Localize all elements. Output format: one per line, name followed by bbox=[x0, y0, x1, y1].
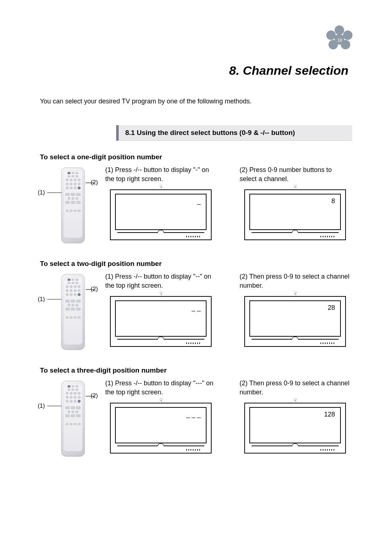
step2-text: (2) Press 0-9 number buttons to select a… bbox=[238, 165, 352, 184]
tv-icon: 8 bbox=[244, 189, 346, 240]
tv-icon: 28 bbox=[244, 296, 346, 347]
tv-display: _ _ _ bbox=[186, 411, 201, 418]
step2-col: (2) Then press 0-9 to select a channel n… bbox=[236, 272, 352, 350]
intro-text: You can select your desired TV program b… bbox=[40, 98, 352, 105]
remote-control-icon bbox=[61, 274, 85, 350]
step2-col: (2) Then press 0-9 to select a channel n… bbox=[236, 379, 352, 456]
subhead-three-digit: To select a three-digit position number bbox=[40, 366, 352, 374]
manual-page: 18 8. Channel selection You can select y… bbox=[0, 0, 392, 554]
svg-point-1 bbox=[326, 30, 336, 40]
svg-point-0 bbox=[335, 25, 344, 35]
step2-col: (2) Press 0-9 number buttons to select a… bbox=[236, 165, 352, 243]
step1-col: (1) Press -/-- button to display "--" on… bbox=[102, 272, 218, 350]
step2-text: (2) Then press 0-9 to select a channel n… bbox=[238, 379, 352, 397]
remote-diagram: (1) (2) bbox=[40, 272, 102, 356]
tv-icon: _ _ _ bbox=[110, 403, 212, 454]
remote-control-icon bbox=[61, 381, 85, 457]
pointer-hand-icon: ☟ bbox=[159, 291, 163, 296]
section-heading: 8.1 Using the direct select buttons (0-9… bbox=[116, 125, 352, 141]
svg-point-2 bbox=[343, 30, 352, 40]
pointer-hand-icon: ☟ bbox=[159, 184, 163, 189]
step2-text: (2) Then press 0-9 to select a channel n… bbox=[238, 272, 352, 290]
page-number: 18 bbox=[335, 36, 344, 45]
remote-diagram: (1) (2) bbox=[40, 379, 102, 462]
remote-control-icon bbox=[61, 167, 85, 243]
step1-col: (1) Press -/-- button to display "-" on … bbox=[102, 165, 218, 243]
tv-display: _ _ bbox=[192, 304, 201, 312]
pointer-hand-icon: ☟ bbox=[294, 184, 297, 189]
block-three-digit: (1) (2) (1) Press -/-- button to display… bbox=[40, 379, 352, 462]
callout-1: (1) bbox=[38, 189, 45, 196]
subhead-one-digit: To select a one-digit position number bbox=[40, 153, 352, 161]
block-one-digit: (1) (2) (1) Press -/-- button to display… bbox=[40, 165, 352, 249]
step1-col: (1) Press -/-- button to display "---" o… bbox=[102, 379, 218, 456]
chapter-title: 8. Channel selection bbox=[40, 63, 352, 78]
pointer-hand-icon: ☟ bbox=[159, 398, 163, 403]
block-two-digit: (1) (2) (1) Press -/-- button to display… bbox=[40, 272, 352, 356]
callout-1: (1) bbox=[38, 403, 45, 409]
tv-display: 28 bbox=[328, 304, 335, 312]
callout-2: (2) bbox=[91, 286, 98, 292]
pointer-hand-icon: ☟ bbox=[294, 291, 297, 296]
tv-display: 8 bbox=[331, 197, 335, 205]
pointer-hand-icon: ☟ bbox=[294, 398, 297, 403]
step1-text: (1) Press -/-- button to display "--" on… bbox=[104, 272, 218, 290]
tv-icon: _ bbox=[110, 189, 212, 240]
page-badge-flower-icon: 18 bbox=[323, 24, 356, 56]
step1-text: (1) Press -/-- button to display "-" on … bbox=[104, 165, 218, 184]
callout-2: (2) bbox=[91, 179, 98, 186]
tv-icon: 128 bbox=[244, 403, 346, 454]
callout-2: (2) bbox=[91, 393, 98, 399]
tv-display: _ bbox=[197, 197, 201, 205]
subhead-two-digit: To select a two-digit position number bbox=[40, 260, 352, 268]
callout-1: (1) bbox=[38, 296, 45, 303]
tv-display: 128 bbox=[324, 411, 335, 418]
tv-icon: _ _ bbox=[110, 296, 212, 347]
remote-diagram: (1) (2) bbox=[40, 165, 102, 249]
step1-text: (1) Press -/-- button to display "---" o… bbox=[104, 379, 218, 397]
